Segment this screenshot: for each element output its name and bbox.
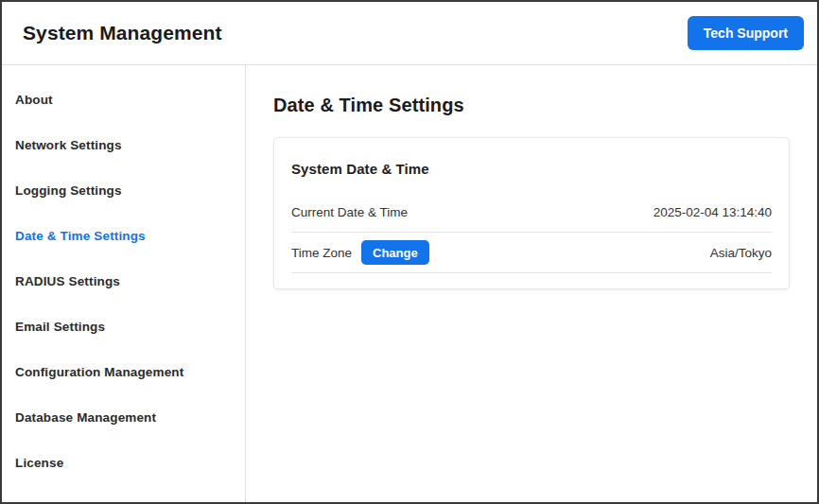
body: About Network Settings Logging Settings … [2,65,817,502]
system-management-window: System Management Tech Support About Net… [0,0,819,504]
time-zone-label: Time Zone [291,246,352,260]
current-date-time-row: Current Date & Time 2025-02-04 13:14:40 [291,193,772,233]
sidebar-item-network-settings[interactable]: Network Settings [2,122,245,167]
system-date-time-card: System Date & Time Current Date & Time 2… [273,137,790,289]
main-content: Date & Time Settings System Date & Time … [246,65,817,502]
card-title: System Date & Time [291,161,772,178]
sidebar-item-email-settings[interactable]: Email Settings [2,304,245,349]
time-zone-left: Time Zone Change [291,240,429,265]
sidebar-item-about[interactable]: About [2,77,245,122]
sidebar-item-radius-settings[interactable]: RADIUS Settings [2,258,245,304]
sidebar-item-license[interactable]: License [2,440,245,485]
tech-support-button[interactable]: Tech Support [688,16,804,50]
sidebar-item-configuration-management[interactable]: Configuration Management [2,349,245,394]
sidebar-item-date-time-settings[interactable]: Date & Time Settings [2,213,245,258]
sidebar-item-logging-settings[interactable]: Logging Settings [2,167,245,213]
header: System Management Tech Support [2,2,817,65]
section-title: Date & Time Settings [273,96,790,114]
sidebar-item-database-management[interactable]: Database Management [2,394,245,440]
page-title: System Management [23,22,222,44]
time-zone-value: Asia/Tokyo [710,246,772,260]
card-rows: Current Date & Time 2025-02-04 13:14:40 … [291,193,772,273]
current-date-time-label: Current Date & Time [291,205,408,219]
sidebar: About Network Settings Logging Settings … [2,65,246,502]
time-zone-row: Time Zone Change Asia/Tokyo [291,233,772,273]
current-date-time-value: 2025-02-04 13:14:40 [653,205,772,219]
change-time-zone-button[interactable]: Change [361,240,429,265]
